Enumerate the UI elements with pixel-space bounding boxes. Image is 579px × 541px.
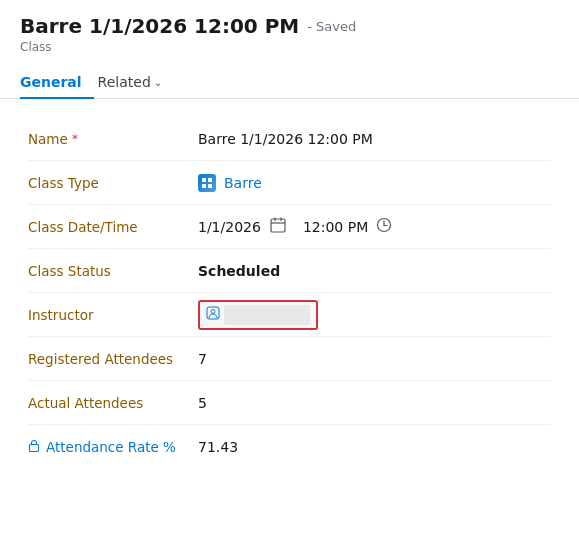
registered-attendees-value: 7 <box>198 351 551 367</box>
class-status-field-row: Class Status Scheduled <box>28 249 551 293</box>
name-label: Name * <box>28 131 198 147</box>
page-header: Barre 1/1/2026 12:00 PM - Saved Class <box>0 0 579 58</box>
class-datetime-value: 1/1/2026 12:00 PM <box>198 216 551 238</box>
class-type-label: Class Type <box>28 175 198 191</box>
svg-rect-13 <box>30 445 39 452</box>
class-type-field-row: Class Type Barre <box>28 161 551 205</box>
instructor-person-icon <box>206 306 220 323</box>
attendance-rate-field-row: Attendance Rate % 71.43 <box>28 425 551 469</box>
class-datetime-label: Class Date/Time <box>28 219 198 235</box>
record-type: Class <box>20 40 559 54</box>
form-body: Name * Barre 1/1/2026 12:00 PM Class Typ… <box>0 99 579 487</box>
svg-rect-3 <box>208 184 212 188</box>
lock-icon <box>28 439 40 455</box>
registered-attendees-field-row: Registered Attendees 7 <box>28 337 551 381</box>
svg-rect-4 <box>271 219 285 232</box>
registered-attendees-label: Registered Attendees <box>28 351 198 367</box>
instructor-field-row: Instructor <box>28 293 551 337</box>
time-text: 12:00 PM <box>303 219 368 235</box>
tab-general[interactable]: General <box>20 66 94 98</box>
svg-rect-2 <box>202 184 206 188</box>
actual-attendees-label: Actual Attendees <box>28 395 198 411</box>
class-datetime-field-row: Class Date/Time 1/1/2026 12:00 PM <box>28 205 551 249</box>
svg-rect-0 <box>202 178 206 182</box>
tab-bar: General Related ⌄ <box>0 66 579 99</box>
page-title: Barre 1/1/2026 12:00 PM <box>20 14 299 38</box>
name-value: Barre 1/1/2026 12:00 PM <box>198 131 551 147</box>
instructor-value <box>198 300 551 330</box>
attendance-rate-value: 71.43 <box>198 439 551 455</box>
tab-related[interactable]: Related ⌄ <box>98 66 175 98</box>
class-type-icon <box>198 174 216 192</box>
class-status-value: Scheduled <box>198 263 551 279</box>
instructor-lookup[interactable] <box>198 300 318 330</box>
date-text: 1/1/2026 <box>198 219 261 235</box>
class-status-label: Class Status <box>28 263 198 279</box>
required-indicator: * <box>72 131 79 146</box>
chevron-down-icon: ⌄ <box>154 77 162 88</box>
svg-point-12 <box>211 310 215 314</box>
actual-attendees-field-row: Actual Attendees 5 <box>28 381 551 425</box>
name-field-row: Name * Barre 1/1/2026 12:00 PM <box>28 117 551 161</box>
actual-attendees-value: 5 <box>198 395 551 411</box>
attendance-rate-label: Attendance Rate % <box>28 439 198 455</box>
class-type-link[interactable]: Barre <box>224 175 262 191</box>
svg-rect-1 <box>208 178 212 182</box>
clock-icon[interactable] <box>376 217 392 237</box>
instructor-label: Instructor <box>28 307 198 323</box>
calendar-icon[interactable] <box>269 216 287 238</box>
saved-badge: - Saved <box>307 19 356 34</box>
class-type-value: Barre <box>198 174 551 192</box>
instructor-input-placeholder <box>224 305 310 325</box>
